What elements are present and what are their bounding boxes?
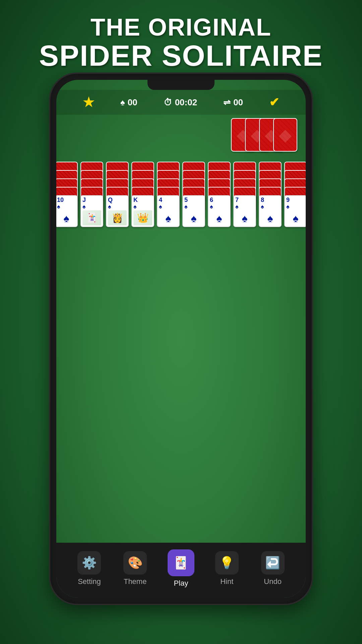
spade-icon: ♠: [120, 97, 125, 108]
card-label: 7♠: [235, 197, 254, 210]
moves-display: ⇌ 00: [223, 97, 243, 108]
column-3[interactable]: Q♠ 👸: [106, 162, 129, 227]
card-K-spades[interactable]: K♠ 👑: [131, 195, 154, 227]
column-4[interactable]: K♠ 👑: [131, 162, 154, 227]
undo-icon-bg: ↩️: [261, 551, 285, 575]
phone-screen: ★ ♠ 00 ⏱ 00:02 ⇌ 00 ✔: [56, 80, 306, 598]
play-icon: 🃏: [173, 556, 188, 570]
check-button[interactable]: ✔: [269, 95, 279, 109]
bottom-nav: ⚙️ Setting 🎨 Theme 🃏 Play 💡: [56, 543, 306, 598]
settings-icon: ⚙️: [82, 556, 97, 570]
hint-icon-bg: 💡: [215, 551, 239, 575]
column-9[interactable]: 8♠ ♠: [259, 162, 282, 227]
card-5-spades[interactable]: 5♠ ♠: [182, 195, 205, 227]
settings-label: Setting: [78, 577, 101, 586]
column-8[interactable]: 7♠ ♠: [233, 162, 256, 227]
theme-nav-item[interactable]: 🎨 Theme: [118, 551, 152, 586]
theme-icon: 🎨: [128, 556, 143, 570]
card-label: 6♠: [210, 197, 229, 210]
time-value: 00:02: [175, 97, 197, 108]
score-display: ♠ 00: [120, 97, 137, 108]
card-suit-icon: ♠: [210, 210, 229, 225]
card-6-spades[interactable]: 6♠ ♠: [208, 195, 231, 227]
face-card-image: 🃏: [82, 210, 101, 225]
column-7[interactable]: 6♠ ♠: [208, 162, 231, 227]
card-suit-icon: ♠: [159, 210, 178, 225]
title-line2: SPIDER SOLITAIRE: [39, 41, 323, 70]
card-suit-icon: ♠: [235, 210, 254, 225]
card-suit-icon: ♠: [57, 210, 76, 225]
card-label: 8♠: [261, 197, 280, 210]
phone-notch: [147, 80, 215, 90]
star-button[interactable]: ★: [83, 95, 94, 110]
title-line1: THE ORIGINAL: [39, 13, 323, 41]
card-J-spades[interactable]: J♠ 🃏: [80, 195, 103, 227]
column-10[interactable]: 9♠ ♠: [284, 162, 306, 227]
theme-label: Theme: [124, 577, 146, 586]
card-10-spades[interactable]: 10♠ ♠: [56, 195, 78, 227]
hint-nav-item[interactable]: 💡 Hint: [210, 551, 244, 586]
hint-label: Hint: [220, 577, 233, 586]
card-4-spades[interactable]: 4♠ ♠: [157, 195, 180, 227]
score-value: 00: [128, 97, 137, 108]
card-label: K♠: [133, 197, 152, 210]
moves-icon: ⇌: [223, 97, 231, 108]
undo-label: Undo: [264, 577, 282, 586]
card-suit-icon: ♠: [261, 210, 280, 225]
column-2[interactable]: J♠ 🃏: [80, 162, 103, 227]
card-label: J♠: [82, 197, 101, 210]
check-icon: ✔: [269, 95, 279, 109]
undo-icon: ↩️: [265, 556, 280, 570]
settings-icon-bg: ⚙️: [77, 551, 101, 575]
face-card-image: 👸: [108, 210, 127, 225]
card-suit-icon: ♠: [184, 210, 203, 225]
hint-icon: 💡: [219, 556, 234, 570]
column-1[interactable]: 10♠ ♠: [56, 162, 78, 227]
game-area: 10♠ ♠ J♠ 🃏: [56, 115, 306, 543]
play-nav-item[interactable]: 🃏 Play: [164, 549, 198, 588]
play-label: Play: [174, 579, 188, 588]
column-6[interactable]: 5♠ ♠: [182, 162, 205, 227]
card-label: 4♠: [159, 197, 178, 210]
title-area: THE ORIGINAL SPIDER SOLITAIRE: [39, 0, 323, 77]
card-label: 9♠: [286, 197, 305, 210]
card-deck[interactable]: [241, 118, 297, 152]
card-8-spades[interactable]: 8♠ ♠: [259, 195, 282, 227]
undo-nav-item[interactable]: ↩️ Undo: [256, 551, 290, 586]
phone-frame: ★ ♠ 00 ⏱ 00:02 ⇌ 00 ✔: [50, 74, 312, 604]
settings-nav-item[interactable]: ⚙️ Setting: [72, 551, 106, 586]
deck-card-4: [273, 118, 297, 152]
play-icon-bg: 🃏: [168, 549, 194, 576]
card-label: Q♠: [108, 197, 127, 210]
card-7-spades[interactable]: 7♠ ♠: [233, 195, 256, 227]
top-bar: ★ ♠ 00 ⏱ 00:02 ⇌ 00 ✔: [56, 90, 306, 115]
card-label: 10♠: [57, 197, 76, 210]
card-suit-icon: ♠: [286, 210, 305, 225]
card-label: 5♠: [184, 197, 203, 210]
timer-display: ⏱ 00:02: [164, 97, 197, 108]
star-icon: ★: [83, 95, 94, 110]
moves-value: 00: [233, 97, 243, 108]
clock-icon: ⏱: [164, 97, 172, 108]
face-card-image: 👑: [133, 210, 152, 225]
card-Q-spades[interactable]: Q♠ 👸: [106, 195, 129, 227]
theme-icon-bg: 🎨: [123, 551, 147, 575]
column-5[interactable]: 4♠ ♠: [157, 162, 180, 227]
card-9-spades[interactable]: 9♠ ♠: [284, 195, 306, 227]
